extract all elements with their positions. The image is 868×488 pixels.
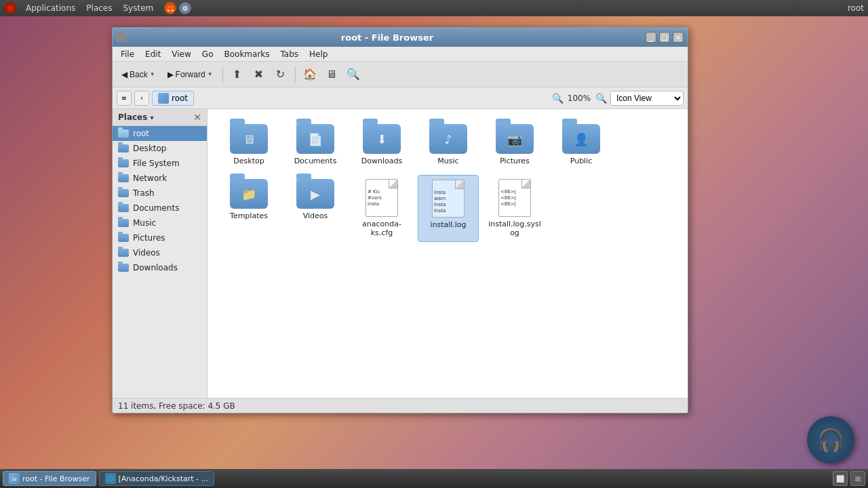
sidebar-downloads-icon [118, 263, 129, 272]
taskbar-anaconda-button[interactable]: 🌐 [Anaconda/Kickstart - ... [99, 471, 214, 486]
install-log-syslog-icon: <86>J<86>J<86>J [498, 179, 531, 217]
folder-videos[interactable]: ▶ Videos [285, 175, 346, 241]
taskbar: 🗂 root - File Browser 🌐 [Anaconda/Kickst… [0, 469, 868, 488]
window-title: root - File Browser [129, 33, 646, 43]
main-area: Places ▾ ✕ root Desktop File System Netw… [113, 109, 688, 398]
folder-templates[interactable]: 📁 Templates [218, 175, 279, 241]
home-button[interactable]: 🏠 [300, 65, 319, 84]
menu-go[interactable]: Go [197, 48, 219, 60]
sidebar-item-root[interactable]: root [113, 126, 207, 141]
videos-folder-icon: ▶ [296, 179, 334, 209]
maximize-button[interactable]: □ [659, 32, 670, 43]
close-button[interactable]: ✕ [673, 32, 684, 43]
menu-tabs[interactable]: Tabs [275, 48, 304, 60]
taskbar-filebrowser-label: root - File Browser [22, 474, 90, 483]
sidebar: Places ▾ ✕ root Desktop File System Netw… [113, 109, 208, 398]
taskbar-anaconda-icon: 🌐 [105, 473, 116, 484]
file-install-log[interactable]: instawarnInstaInsta install.log [418, 175, 479, 241]
sidebar-trash-icon [118, 188, 129, 198]
folder-downloads[interactable]: ⬇ Downloads [351, 120, 412, 169]
forward-button[interactable]: ▶ Forward ▼ [163, 67, 218, 82]
zoom-controls: 🔍 100% 🔍 Icon View List View Compact Vie… [551, 91, 684, 106]
downloads-emblem: ⬇ [376, 132, 387, 146]
sidebar-toggle-button[interactable]: ≡ [117, 91, 132, 106]
stop-button[interactable]: ✖ [250, 65, 269, 84]
toolbar: ◀ Back ▼ ▶ Forward ▼ ⬆ ✖ ↻ 🏠 🖥 🔍 [113, 62, 688, 87]
menu-bookmarks[interactable]: Bookmarks [218, 48, 275, 60]
search-button[interactable]: 🔍 [344, 65, 363, 84]
breadcrumb-root[interactable]: root [152, 91, 194, 106]
sidebar-music-label: Music [133, 218, 156, 228]
file-anaconda-ks[interactable]: # Kic#versinsta anaconda-ks.cfg [351, 175, 412, 241]
firefox-icon[interactable]: 🦊 [164, 2, 176, 14]
menu-view[interactable]: View [166, 48, 196, 60]
computer-toolbar-button[interactable]: 🖥 [322, 65, 341, 84]
toolbar-separator2 [295, 66, 296, 83]
toolbar-separator [222, 66, 223, 83]
reload-button[interactable]: ↻ [271, 65, 290, 84]
sidebar-item-pictures[interactable]: Pictures [113, 230, 207, 245]
pictures-emblem: 📷 [507, 132, 522, 146]
forward-dropdown-icon: ▼ [208, 71, 213, 77]
sidebar-trash-label: Trash [133, 188, 155, 198]
folder-pictures[interactable]: 📷 Pictures [484, 120, 545, 169]
install-log-syslog-text: <86>J<86>J<86>J [499, 180, 530, 207]
sidebar-item-videos[interactable]: Videos [113, 245, 207, 260]
public-folder-label: Public [570, 157, 593, 165]
zoom-out-button[interactable]: 🔍 [551, 92, 564, 105]
zoom-in-button[interactable]: 🔍 [594, 92, 608, 105]
music-folder-icon: ♪ [429, 124, 467, 154]
sidebar-item-music[interactable]: Music [113, 216, 207, 230]
folder-public[interactable]: 👤 Public [551, 120, 612, 169]
documents-folder-icon: 📄 [296, 124, 334, 154]
sidebar-item-filesystem[interactable]: File System [113, 156, 207, 171]
zoom-value: 100% [567, 94, 591, 103]
view-select[interactable]: Icon View List View Compact View [610, 91, 684, 106]
update-icon[interactable]: ⚙ [179, 2, 191, 14]
sidebar-network-label: Network [133, 174, 167, 183]
up-button[interactable]: ⬆ [228, 65, 247, 84]
sidebar-filesystem-icon [118, 159, 129, 168]
anaconda-ks-icon: # Kic#versinsta [366, 179, 398, 217]
install-log-label: install.log [430, 220, 466, 229]
sidebar-item-documents[interactable]: Documents [113, 201, 207, 216]
taskbar-filebrowser-icon: 🗂 [9, 473, 20, 484]
menu-file[interactable]: File [115, 48, 140, 60]
menu-help[interactable]: Help [304, 48, 333, 60]
folder-desktop[interactable]: 🖥 Desktop [218, 120, 279, 169]
file-install-log-syslog[interactable]: <86>J<86>J<86>J install.log.syslog [484, 175, 545, 241]
taskbar-screen-btn[interactable]: ⬜ [833, 471, 848, 486]
install-log-syslog-label: install.log.syslog [488, 220, 541, 237]
taskbar-filebrowser-button[interactable]: 🗂 root - File Browser [3, 471, 96, 486]
location-prev-button[interactable]: ‹ [134, 91, 149, 106]
sidebar-music-icon [118, 218, 129, 228]
minimize-button[interactable]: _ [646, 32, 656, 43]
window-titlebar[interactable]: root - File Browser _ □ ✕ [113, 28, 688, 47]
videos-folder-label: Videos [303, 211, 328, 220]
window-controls: _ □ ✕ [646, 32, 684, 43]
sidebar-close-button[interactable]: ✕ [193, 112, 201, 123]
taskbar-apps-btn[interactable]: ⊞ [850, 471, 865, 486]
folder-documents[interactable]: 📄 Documents [285, 120, 346, 169]
applications-menu[interactable]: Applications [20, 2, 81, 14]
places-menu[interactable]: Places [81, 2, 117, 14]
sidebar-downloads-label: Downloads [133, 263, 178, 272]
folder-music[interactable]: ♪ Music [418, 120, 479, 169]
sidebar-documents-icon [118, 203, 129, 213]
menu-edit[interactable]: Edit [140, 48, 166, 60]
music-folder-label: Music [437, 157, 458, 165]
desktop-folder-label: Desktop [233, 157, 264, 165]
title-pin-icon [117, 33, 126, 42]
taskbar-right: ⬜ ⊞ [833, 471, 865, 486]
sidebar-item-desktop[interactable]: Desktop [113, 141, 207, 156]
sidebar-item-network[interactable]: Network [113, 171, 207, 186]
forward-label: Forward [176, 70, 205, 79]
sidebar-item-downloads[interactable]: Downloads [113, 260, 207, 275]
sidebar-item-trash[interactable]: Trash [113, 186, 207, 201]
music-emblem: ♪ [444, 132, 452, 146]
templates-folder-icon: 📁 [230, 179, 268, 209]
sidebar-videos-label: Videos [133, 248, 160, 258]
sidebar-root-icon [118, 129, 129, 138]
back-button[interactable]: ◀ Back ▼ [117, 67, 160, 82]
system-menu[interactable]: System [117, 2, 159, 14]
